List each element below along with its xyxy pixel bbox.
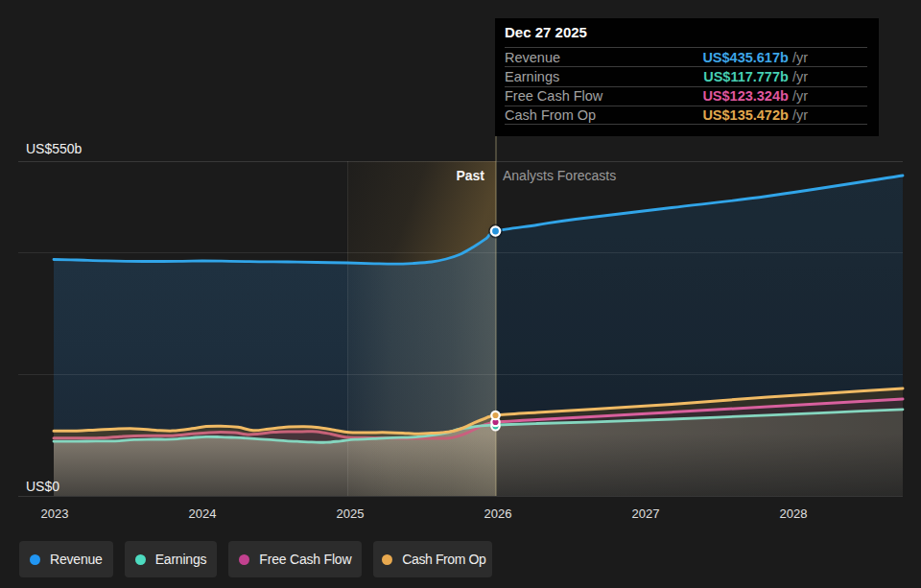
- svg-text:2028: 2028: [780, 506, 808, 521]
- svg-text:US$0: US$0: [26, 479, 59, 494]
- svg-text:2026: 2026: [484, 506, 512, 521]
- svg-text:2025: 2025: [337, 506, 365, 521]
- svg-text:Analysts Forecasts: Analysts Forecasts: [503, 168, 616, 183]
- svg-text:Past: Past: [456, 168, 484, 183]
- svg-text:2023: 2023: [41, 506, 69, 521]
- svg-text:2027: 2027: [632, 506, 660, 521]
- svg-text:2024: 2024: [189, 506, 217, 521]
- svg-text:US$550b: US$550b: [26, 141, 83, 156]
